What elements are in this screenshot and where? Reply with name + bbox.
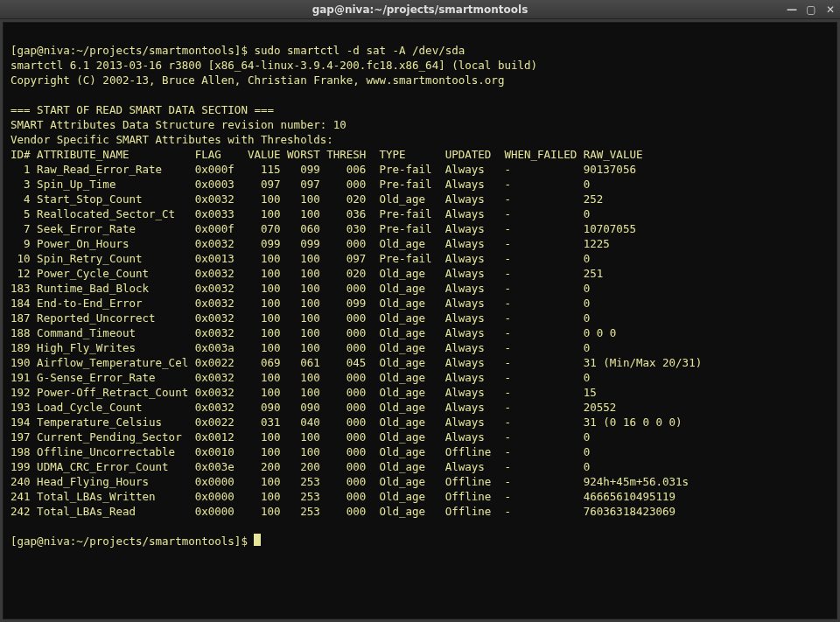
- close-icon[interactable]: ✕: [824, 3, 836, 16]
- revision-line: SMART Attributes Data Structure revision…: [10, 118, 346, 131]
- prompt2: [gap@niva:~/projects/smartmontools]$: [10, 535, 254, 548]
- command-text: sudo smartctl -d sat -A /dev/sda: [254, 44, 465, 57]
- version-line: smartctl 6.1 2013-03-16 r3800 [x86_64-li…: [10, 59, 537, 72]
- table-body: 1 Raw_Read_Error_Rate 0x000f 115 099 006…: [10, 163, 702, 518]
- terminal-area[interactable]: [gap@niva:~/projects/smartmontools]$ sud…: [3, 22, 837, 619]
- vendor-line: Vendor Specific SMART Attributes with Th…: [10, 133, 333, 146]
- table-header: ID# ATTRIBUTE_NAME FLAG VALUE WORST THRE…: [10, 148, 642, 161]
- copyright-line: Copyright (C) 2002-13, Bruce Allen, Chri…: [10, 73, 504, 87]
- maximize-icon[interactable]: ▢: [805, 3, 817, 16]
- prompt: [gap@niva:~/projects/smartmontools]$ sud…: [10, 44, 465, 57]
- window-controls: — ▢ ✕: [786, 3, 836, 16]
- minimize-icon[interactable]: —: [786, 3, 798, 16]
- prompt2-text: [gap@niva:~/projects/smartmontools]$: [10, 535, 254, 548]
- prompt-text: [gap@niva:~/projects/smartmontools]$: [10, 44, 254, 57]
- window-title: gap@niva:~/projects/smartmontools: [312, 3, 528, 16]
- section-header: === START OF READ SMART DATA SECTION ===: [10, 103, 274, 116]
- window-titlebar: gap@niva:~/projects/smartmontools — ▢ ✕: [0, 0, 840, 19]
- cursor-icon: [254, 534, 261, 546]
